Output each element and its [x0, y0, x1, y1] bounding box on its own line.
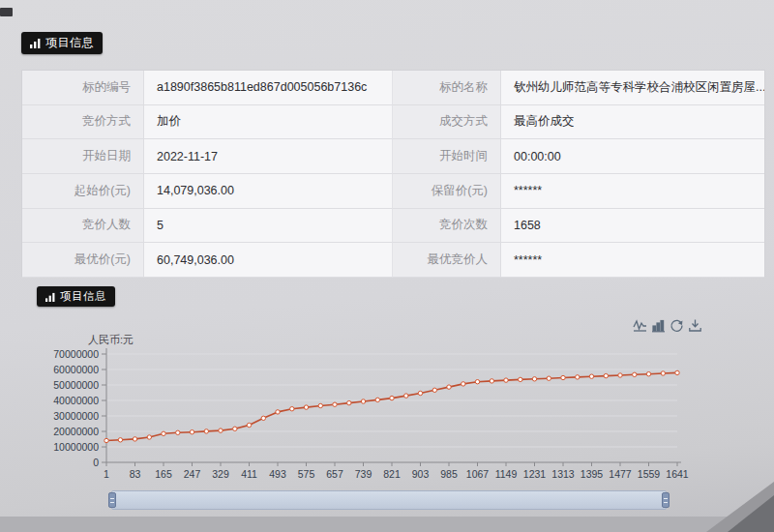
- y-tick-label: 10000000: [53, 441, 99, 453]
- bid-price-line-chart[interactable]: 0100000002000000030000000400000005000000…: [0, 340, 774, 488]
- table-label: 标的编号: [22, 71, 144, 105]
- data-point-marker: [646, 372, 650, 376]
- project-info-table: 标的编号a1890f3865b811ed867d005056b7136c标的名称…: [21, 70, 765, 277]
- data-point-marker: [261, 416, 265, 420]
- table-label: 标的名称: [393, 71, 501, 105]
- x-tick-label: 1395: [580, 468, 604, 480]
- auction-detail-page: 项目信息 标的编号a1890f3865b811ed867d005056b7136…: [0, 0, 774, 532]
- toolbar-line-chart-icon[interactable]: [633, 317, 647, 333]
- table-label: 开始日期: [22, 139, 144, 174]
- table-label: 开始时间: [393, 139, 501, 174]
- table-label: 竞价人数: [22, 209, 144, 244]
- data-point-marker: [361, 399, 365, 403]
- y-tick-label: 0: [93, 457, 99, 468]
- chart-toolbar: [633, 317, 702, 333]
- data-point-marker: [604, 373, 608, 377]
- data-point-marker: [247, 423, 251, 427]
- table-label: 成交方式: [393, 105, 501, 140]
- data-point-marker: [589, 374, 593, 378]
- data-point-marker: [519, 377, 522, 381]
- data-point-marker: [576, 375, 580, 379]
- chart-datazoom-slider[interactable]: [111, 490, 667, 510]
- bar-chart-icon: [30, 38, 41, 48]
- data-point-marker: [418, 391, 422, 395]
- data-point-marker: [162, 431, 165, 435]
- section-title: 项目信息: [45, 35, 94, 51]
- data-point-marker: [461, 382, 465, 386]
- datazoom-left-handle[interactable]: [108, 492, 116, 508]
- data-point-marker: [532, 377, 536, 381]
- data-point-marker: [276, 410, 280, 414]
- x-tick-label: 657: [326, 468, 343, 480]
- table-label: 最优价(元): [22, 243, 144, 278]
- x-tick-label: 329: [212, 468, 229, 480]
- data-point-marker: [447, 385, 451, 389]
- data-point-marker: [204, 429, 208, 433]
- bar-chart-icon: [45, 292, 55, 302]
- toolbar-download-icon[interactable]: [688, 317, 702, 333]
- table-value: 60,749,036.00: [144, 243, 393, 278]
- x-tick-label: 985: [440, 468, 458, 480]
- x-tick-label: 247: [184, 468, 201, 480]
- project-info-section-badge: 项目信息: [21, 32, 103, 54]
- data-point-marker: [561, 375, 565, 379]
- y-tick-label: 70000000: [53, 348, 99, 360]
- table-label: 竞价方式: [22, 105, 144, 140]
- x-tick-label: 1067: [466, 468, 490, 480]
- x-tick-label: 165: [155, 468, 172, 480]
- data-point-marker: [318, 403, 322, 407]
- x-tick-label: 575: [298, 468, 315, 480]
- x-tick-label: 1477: [609, 468, 632, 480]
- data-point-marker: [475, 380, 479, 384]
- data-point-marker: [547, 376, 551, 380]
- table-value: 2022-11-17: [144, 139, 393, 174]
- data-point-marker: [675, 370, 679, 374]
- data-point-marker: [304, 405, 308, 409]
- table-label: 竞价次数: [393, 209, 501, 244]
- datazoom-right-handle[interactable]: [662, 492, 670, 508]
- y-tick-label: 40000000: [53, 395, 99, 406]
- x-tick-label: 411: [241, 468, 257, 480]
- data-point-marker: [375, 398, 379, 401]
- table-value: 钦州幼儿师范高等专科学校合浦校区闲置房屋...: [501, 71, 764, 105]
- table-label: 起始价(元): [22, 174, 144, 209]
- table-value: 加价: [144, 105, 393, 140]
- x-tick-label: 493: [269, 468, 286, 480]
- table-value: 最高价成交: [501, 105, 764, 140]
- chart-section-badge: 项目信息: [37, 286, 115, 307]
- y-tick-label: 20000000: [53, 426, 99, 437]
- data-point-marker: [404, 394, 408, 398]
- data-point-marker: [347, 400, 351, 404]
- data-point-marker: [104, 438, 108, 442]
- data-point-marker: [633, 372, 637, 376]
- y-tick-label: 50000000: [53, 379, 99, 391]
- section-title: 项目信息: [60, 289, 106, 304]
- data-point-marker: [618, 373, 622, 377]
- toolbar-bar-chart-icon[interactable]: [651, 317, 666, 333]
- table-value: ******: [501, 174, 764, 209]
- x-tick-label: 739: [355, 468, 372, 480]
- data-point-marker: [133, 437, 136, 441]
- data-point-marker: [333, 402, 337, 406]
- photo-artifact-mark: [0, 8, 13, 16]
- table-value: 1658: [501, 209, 764, 244]
- photo-bottom-band: [0, 517, 774, 532]
- data-point-marker: [176, 430, 180, 434]
- x-tick-label: 1: [104, 468, 109, 480]
- data-point-marker: [118, 438, 122, 442]
- y-tick-label: 60000000: [53, 364, 99, 375]
- x-tick-label: 1149: [495, 468, 518, 480]
- x-tick-label: 83: [130, 468, 141, 480]
- data-point-marker: [219, 429, 223, 432]
- data-point-marker: [490, 379, 493, 383]
- data-point-marker: [290, 407, 294, 411]
- data-point-marker: [390, 396, 394, 399]
- y-tick-label: 30000000: [53, 410, 99, 422]
- x-tick-label: 1313: [551, 468, 575, 480]
- table-value: ******: [501, 243, 764, 278]
- toolbar-restore-icon[interactable]: [670, 317, 684, 333]
- x-tick-label: 1231: [523, 468, 547, 480]
- data-point-marker: [233, 427, 237, 430]
- table-label: 最优竞价人: [393, 243, 501, 278]
- x-tick-label: 1559: [638, 468, 661, 480]
